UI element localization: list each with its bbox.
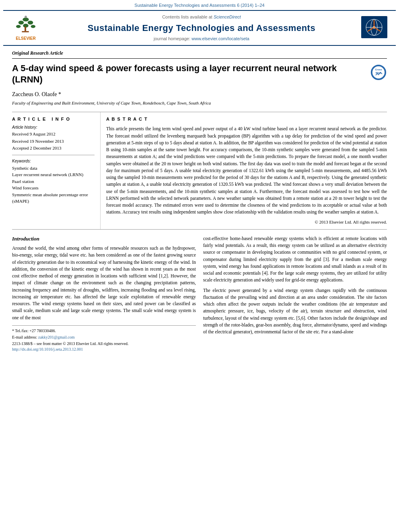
sciencedirect-link[interactable]: ScienceDirect	[214, 14, 241, 19]
elsevier-logo-svg	[12, 15, 39, 35]
svg-point-3	[28, 21, 33, 25]
keyword-1: Synthetic data	[12, 165, 95, 172]
sciencedirect-line: Contents lists available at ScienceDirec…	[46, 14, 357, 20]
svg-point-1	[23, 17, 29, 21]
article-type: Original Research Article	[12, 50, 387, 59]
footnote-email: E-mail address: zakky201@gmail.com	[12, 335, 196, 340]
email-label: E-mail address:	[12, 335, 38, 339]
sciencedirect-label: Contents lists available at	[162, 14, 214, 19]
article-info-heading: A R T I C L E I N F O	[12, 116, 95, 122]
journal-logo-graphic	[361, 16, 387, 38]
elsevier-brand-text: ELSEVIER	[16, 36, 35, 41]
keywords-label: Keywords:	[12, 158, 95, 164]
email-address[interactable]: zakky201@gmail.com	[38, 335, 75, 339]
svg-text:Cross: Cross	[375, 68, 382, 71]
header-right-logo	[361, 16, 389, 40]
elsevier-logo: ELSEVIER	[10, 15, 42, 41]
article-info-column: A R T I C L E I N F O Article history: R…	[12, 112, 101, 229]
article-title-row: A 5-day wind speed & power forecasts usi…	[12, 63, 387, 86]
author-name: Zaccheus O. Olaofe *	[12, 90, 387, 99]
article-info-abstract-section: A R T I C L E I N F O Article history: R…	[12, 112, 387, 229]
abstract-heading: A B S T R A C T	[106, 116, 387, 122]
doi-line: http://dx.doi.org/10.1016/j.seta.2013.12…	[12, 347, 196, 352]
received1: Received 9 August 2012	[12, 131, 95, 137]
header-center: Contents lists available at ScienceDirec…	[42, 14, 361, 42]
footnote-tel: * Tel./fax: +27 780330486.	[12, 328, 196, 334]
abstract-column: A B S T R A C T This article presents th…	[101, 112, 387, 229]
issn-line: 2213-1388/$ – see front matter © 2013 El…	[12, 341, 196, 347]
history-label: Article history:	[12, 125, 95, 130]
intro-paragraph-1: Around the world, the wind among other f…	[12, 245, 196, 321]
footnote-area: * Tel./fax: +27 780330486. E-mail addres…	[12, 325, 196, 352]
introduction-heading: Introduction	[12, 235, 196, 242]
svg-point-2	[19, 21, 24, 25]
svg-rect-8	[22, 31, 29, 32]
keyword-5: Symmetric mean absolute percentage error…	[12, 191, 95, 205]
body-right-column: cost-effective home-based renewable ener…	[203, 235, 387, 352]
article-body: Introduction Around the world, the wind …	[12, 235, 387, 352]
journal-ref-bar: Sustainable Energy Technologies and Asse…	[0, 0, 399, 10]
article-content: Original Research Article A 5-day wind s…	[0, 46, 399, 356]
journal-title: Sustainable Energy Technologies and Asse…	[46, 22, 357, 35]
body-left-column: Introduction Around the world, the wind …	[12, 235, 196, 352]
accepted: Accepted 2 December 2013	[12, 145, 95, 151]
info-divider	[12, 155, 95, 155]
abstract-text: This article presents the long term wind…	[106, 125, 387, 216]
journal-homepage: journal homepage: www.elsevier.com/locat…	[46, 36, 357, 42]
keyword-2: Layer recurrent neural network (LRNN)	[12, 171, 95, 178]
homepage-link[interactable]: www.elsevier.com/locate/seta	[191, 36, 249, 41]
journal-ref-text: Sustainable Energy Technologies and Asse…	[134, 3, 264, 8]
intro-paragraph-2: cost-effective home-based renewable ener…	[203, 235, 387, 284]
copyright-line: © 2013 Elsevier Ltd. All rights reserved…	[106, 219, 387, 225]
crossmark-badge: Cross Mark	[371, 65, 387, 81]
svg-point-6	[31, 25, 36, 28]
journal-header: ELSEVIER Contents lists available at Sci…	[3, 10, 396, 46]
affiliation: Faculty of Engineering and Built Environ…	[12, 100, 387, 106]
author-name-text: Zaccheus O. Olaofe *	[12, 91, 61, 97]
svg-rect-7	[25, 27, 26, 31]
article-title: A 5-day wind speed & power forecasts usi…	[12, 63, 367, 86]
intro-paragraph-3: The electric power generated by a wind e…	[203, 287, 387, 336]
doi-link[interactable]: http://dx.doi.org/10.1016/j.seta.2013.12…	[12, 347, 83, 351]
keyword-3: Paarl station	[12, 178, 95, 185]
received2: Received 19 November 2013	[12, 138, 95, 144]
svg-point-9	[25, 16, 27, 18]
crossmark-circle: Cross Mark	[371, 65, 386, 80]
homepage-label: journal homepage:	[154, 36, 191, 41]
keyword-4: Wind forecasts	[12, 185, 95, 191]
svg-point-4	[16, 25, 21, 28]
section-divider	[12, 229, 387, 230]
